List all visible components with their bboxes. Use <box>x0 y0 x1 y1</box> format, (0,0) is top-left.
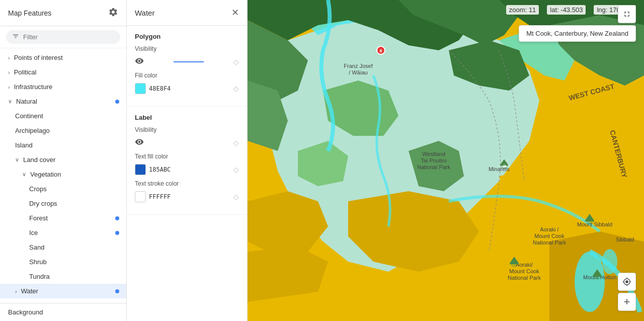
diamond-icon[interactable]: ◇ <box>233 166 239 174</box>
zoom-in-button[interactable]: + <box>618 293 636 311</box>
text-stroke-color-row: FFFFFF ◇ <box>135 191 239 202</box>
sidebar-item-label: Vegetation <box>30 171 61 178</box>
location-badge: Mt Cook, Canterbury, New Zealand <box>519 25 636 42</box>
location-button[interactable] <box>618 273 636 291</box>
svg-text:Westland: Westland <box>422 151 445 157</box>
visibility-minus-line <box>174 61 204 62</box>
sidebar-item-vegetation[interactable]: ∨ Vegetation <box>0 167 126 182</box>
map-area[interactable]: WEST COAST CANTERBURY WEST COAST CANTERB… <box>248 0 644 321</box>
svg-text:National Park: National Park <box>417 164 451 170</box>
panel-header: Water ✕ <box>127 0 247 26</box>
close-icon[interactable]: ✕ <box>231 7 239 18</box>
modified-dot <box>115 289 119 293</box>
sidebar-item-shrub[interactable]: Shrub <box>0 255 126 269</box>
chevron-down-icon: ∨ <box>15 156 19 163</box>
svg-text:Franz Josef: Franz Josef <box>344 63 373 69</box>
fill-color-row: 48E8F4 ◇ <box>135 83 239 94</box>
text-fill-color-swatch-wrap[interactable]: 185ABC <box>135 164 171 175</box>
sidebar-item-label: Tundra <box>29 273 50 280</box>
sidebar-item-label: Sand <box>29 244 44 251</box>
svg-text:National Park: National Park <box>508 275 541 281</box>
text-stroke-color-swatch-wrap[interactable]: FFFFFF <box>135 191 171 202</box>
sidebar-nav-list: › Points of interest › Political › Infra… <box>0 48 126 303</box>
eye-icon[interactable] <box>135 56 144 67</box>
diamond-icon[interactable]: ◇ <box>233 139 239 147</box>
polygon-section-title: Polygon <box>135 33 239 40</box>
svg-text:Tai Poutini: Tai Poutini <box>421 157 447 164</box>
filter-bar <box>0 26 126 48</box>
sidebar-item-label: Water <box>21 287 38 295</box>
text-fill-color-swatch <box>135 164 146 175</box>
chevron-right-icon: › <box>8 55 10 61</box>
svg-point-19 <box>575 252 605 312</box>
modified-dot <box>115 100 119 104</box>
svg-text:/ Wāiau: / Wāiau <box>349 69 367 75</box>
svg-text:National Park: National Park <box>533 239 567 246</box>
text-fill-color-row: 185ABC ◇ <box>135 164 239 175</box>
sidebar-item-label: Crops <box>29 185 47 193</box>
chevron-right-icon: › <box>8 84 10 90</box>
text-fill-color-value: 185ABC <box>149 166 171 173</box>
location-text: Mt Cook, Canterbury, New Zealand <box>526 30 628 37</box>
fill-color-swatch-wrap[interactable]: 48E8F4 <box>135 83 171 94</box>
label-section: Label Visibility ◇ Text fill color 185AB… <box>127 107 247 215</box>
sidebar-item-sand[interactable]: Sand <box>0 240 126 255</box>
sidebar-item-political[interactable]: › Political <box>0 65 126 79</box>
modified-dot <box>115 231 119 235</box>
sidebar-header: Map Features <box>0 0 126 26</box>
svg-text:Aoraki /: Aoraki / <box>540 226 559 232</box>
sidebar-item-island[interactable]: Island <box>0 138 126 152</box>
fullscreen-button[interactable] <box>618 5 636 23</box>
panel-title: Water <box>135 9 154 17</box>
sidebar-item-archipelago[interactable]: Archipelago <box>0 123 126 138</box>
sidebar-item-forest[interactable]: Forest <box>0 211 126 225</box>
svg-point-20 <box>602 249 617 274</box>
diamond-icon[interactable]: ◇ <box>233 58 239 66</box>
sidebar-item-points-of-interest[interactable]: › Points of interest <box>0 50 126 65</box>
svg-point-44 <box>586 216 594 224</box>
sidebar-item-label: Continent <box>15 112 43 120</box>
modified-dot <box>115 216 119 220</box>
map-canvas: WEST COAST CANTERBURY WEST COAST CANTERB… <box>248 0 644 321</box>
polygon-visibility-row: ◇ <box>135 56 239 67</box>
eye-icon[interactable] <box>135 137 144 148</box>
sidebar-item-infrastructure[interactable]: › Infrastructure <box>0 79 126 94</box>
visibility-label: Visibility <box>135 45 239 52</box>
sidebar-item-label: Island <box>15 141 33 149</box>
sidebar-item-label: Shrub <box>29 258 47 266</box>
polygon-section: Polygon Visibility ◇ Fill color 48E8F4 ◇ <box>127 26 247 107</box>
sidebar-item-label: Land cover <box>23 156 55 164</box>
sidebar-item-label: Natural <box>16 98 37 105</box>
sidebar-item-label: Infrastructure <box>14 83 53 91</box>
sidebar-item-continent[interactable]: Continent <box>0 109 126 123</box>
filter-icon <box>12 33 19 41</box>
fill-color-swatch <box>135 83 146 94</box>
sidebar-item-natural[interactable]: ∨ Natural <box>0 94 126 109</box>
sidebar-item-dry-crops[interactable]: Dry crops <box>0 196 126 211</box>
svg-point-48 <box>593 272 601 280</box>
sidebar-item-land-cover[interactable]: ∨ Land cover <box>0 152 126 167</box>
sidebar-item-tundra[interactable]: Tundra <box>0 269 126 284</box>
chevron-right-icon: › <box>8 69 10 75</box>
svg-text:Aoraki/: Aoraki/ <box>516 262 533 268</box>
sidebar-item-label: Points of interest <box>14 54 63 61</box>
map-controls: + <box>618 273 636 311</box>
sidebar-item-background[interactable]: Background <box>0 303 126 321</box>
fill-color-value: 48E8F4 <box>149 85 171 92</box>
text-stroke-color-label: Text stroke color <box>135 180 239 187</box>
sidebar-item-ice[interactable]: Ice <box>0 225 126 240</box>
chevron-down-icon: ∨ <box>22 171 26 178</box>
diamond-icon[interactable]: ◇ <box>233 85 239 93</box>
text-stroke-color-swatch <box>135 191 146 202</box>
sidebar-item-label: Background <box>8 308 43 316</box>
svg-text:⛰: ⛰ <box>502 163 507 168</box>
filter-input[interactable] <box>23 33 114 41</box>
fill-color-label: Fill color <box>135 72 239 79</box>
svg-point-46 <box>510 259 518 267</box>
sidebar-item-label: Forest <box>29 214 48 222</box>
gear-icon[interactable] <box>108 7 118 19</box>
chevron-right-icon: › <box>15 288 17 294</box>
diamond-icon[interactable]: ◇ <box>233 193 239 201</box>
sidebar-item-crops[interactable]: Crops <box>0 182 126 196</box>
sidebar-item-water[interactable]: › Water <box>0 284 126 298</box>
